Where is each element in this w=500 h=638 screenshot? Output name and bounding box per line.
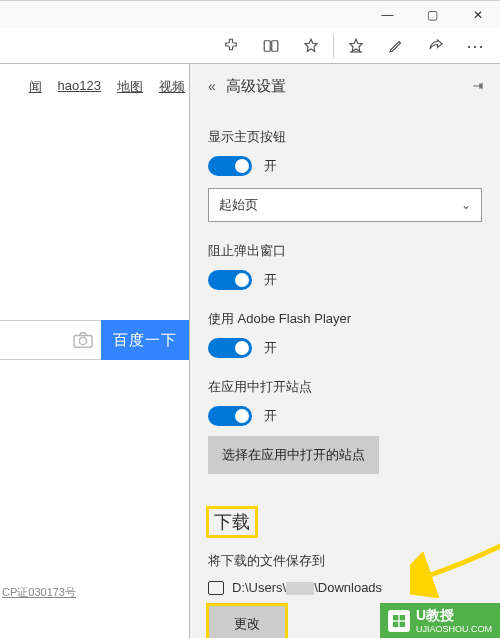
toolbar-divider (333, 34, 334, 58)
reading-view-icon[interactable] (251, 28, 291, 64)
browser-toolbar: ⋯ (0, 28, 500, 64)
watermark-logo-icon (388, 610, 410, 632)
baidu-search-button[interactable]: 百度一下 (101, 320, 189, 360)
web-note-icon[interactable] (376, 28, 416, 64)
flash-toggle[interactable] (208, 338, 252, 358)
favorites-list-icon[interactable] (336, 28, 376, 64)
download-path: D:\Users\\Downloads (232, 580, 382, 595)
svg-rect-6 (393, 621, 398, 626)
icp-text[interactable]: CP证030173号 (2, 585, 76, 600)
downloads-heading: 下载 (208, 508, 256, 536)
watermark-badge: U教授 UJIAOSHOU.COM (380, 603, 500, 638)
settings-header: « 高级设置 (208, 64, 480, 108)
open-in-app-state: 开 (264, 407, 277, 425)
change-download-path-button[interactable]: 更改 (208, 605, 286, 638)
camera-icon[interactable] (65, 322, 101, 358)
page-nav-links: 闻 hao123 地图 视频 (0, 64, 189, 110)
pin-icon[interactable] (470, 78, 486, 97)
download-path-row: D:\Users\\Downloads (208, 580, 480, 595)
home-page-select-value: 起始页 (219, 196, 258, 214)
popup-section: 阻止弹出窗口 开 (208, 242, 480, 290)
close-button[interactable]: ✕ (455, 1, 500, 29)
minimize-button[interactable]: — (365, 1, 410, 29)
nav-hao123-link[interactable]: hao123 (58, 78, 101, 96)
favorite-star-icon[interactable] (291, 28, 331, 64)
baidu-search-bar: 百度一下 (0, 320, 189, 360)
watermark-url: UJIAOSHOU.COM (416, 625, 492, 634)
page-content-area: 闻 hao123 地图 视频 百度一下 CP证030173号 (0, 64, 190, 638)
window-titlebar: — ▢ ✕ (0, 0, 500, 28)
open-in-app-label: 在应用中打开站点 (208, 378, 480, 396)
home-button-toggle[interactable] (208, 156, 252, 176)
home-page-select[interactable]: 起始页 ⌄ (208, 188, 482, 222)
popup-label: 阻止弹出窗口 (208, 242, 480, 260)
settings-panel: « 高级设置 显示主页按钮 开 起始页 ⌄ 阻止弹出窗口 开 (190, 64, 500, 638)
svg-point-3 (79, 337, 86, 344)
flash-state: 开 (264, 339, 277, 357)
popup-toggle[interactable] (208, 270, 252, 290)
save-to-label: 将下载的文件保存到 (208, 552, 480, 570)
settings-back-button[interactable]: « (208, 78, 216, 94)
extensions-icon[interactable] (211, 28, 251, 64)
flash-section: 使用 Adobe Flash Player 开 (208, 310, 480, 358)
nav-video-link[interactable]: 视频 (159, 78, 185, 96)
flash-label: 使用 Adobe Flash Player (208, 310, 480, 328)
svg-rect-4 (393, 615, 398, 620)
choose-apps-button[interactable]: 选择在应用中打开的站点 (208, 436, 379, 474)
redacted-segment (286, 582, 314, 595)
more-icon[interactable]: ⋯ (456, 28, 496, 64)
chevron-down-icon: ⌄ (461, 198, 471, 212)
settings-title: 高级设置 (226, 77, 286, 96)
open-in-app-toggle[interactable] (208, 406, 252, 426)
popup-state: 开 (264, 271, 277, 289)
svg-rect-0 (264, 40, 270, 51)
home-button-state: 开 (264, 157, 277, 175)
home-button-section: 显示主页按钮 开 起始页 ⌄ (208, 128, 480, 222)
maximize-button[interactable]: ▢ (410, 1, 455, 29)
svg-rect-1 (272, 40, 278, 51)
nav-news-link[interactable]: 闻 (29, 78, 42, 96)
nav-map-link[interactable]: 地图 (117, 78, 143, 96)
svg-rect-5 (400, 615, 405, 620)
svg-rect-7 (400, 621, 405, 626)
watermark-name: U教授 (416, 607, 454, 623)
share-icon[interactable] (416, 28, 456, 64)
open-in-app-section: 在应用中打开站点 开 选择在应用中打开的站点 (208, 378, 480, 474)
folder-icon (208, 581, 224, 595)
home-button-label: 显示主页按钮 (208, 128, 480, 146)
